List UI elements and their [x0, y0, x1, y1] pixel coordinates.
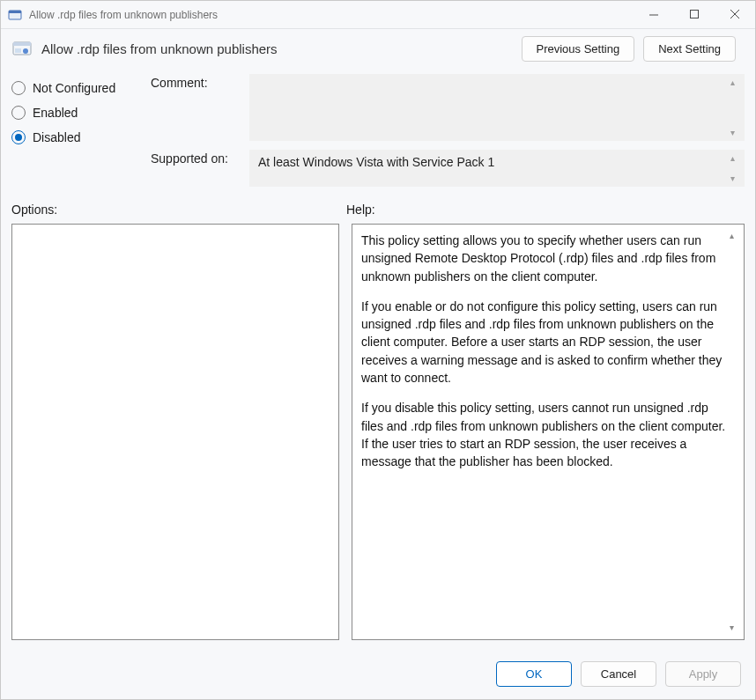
policy-title: Allow .rdp files from unknown publishers: [41, 41, 522, 56]
next-setting-button[interactable]: Next Setting: [643, 36, 736, 62]
policy-editor-window: Allow .rdp files from unknown publishers…: [0, 0, 756, 700]
apply-button: Apply: [665, 661, 741, 687]
svg-rect-3: [690, 11, 698, 18]
supported-on-value: At least Windows Vista with Service Pack…: [258, 155, 494, 169]
ok-button[interactable]: OK: [496, 661, 572, 687]
window-buttons: [634, 1, 755, 28]
header: Allow .rdp files from unknown publishers…: [1, 29, 755, 69]
svg-rect-1: [9, 11, 21, 13]
scroll-up-icon: ▴: [730, 230, 740, 243]
help-paragraph: If you enable or do not configure this p…: [361, 298, 728, 387]
radio-icon: [11, 106, 26, 120]
scroll-down-icon: ▾: [730, 173, 741, 183]
titlebar: Allow .rdp files from unknown publishers: [1, 1, 755, 29]
window-title: Allow .rdp files from unknown publishers: [29, 9, 634, 21]
scroll-up-icon: ▴: [730, 153, 741, 163]
scrollbar[interactable]: ▴▾: [730, 230, 740, 634]
supported-on-field: At least Windows Vista with Service Pack…: [249, 150, 745, 187]
app-icon: [8, 8, 22, 22]
maximize-button[interactable]: [674, 1, 715, 28]
body: Not Configured Enabled Disabled Comment:…: [1, 69, 755, 651]
help-section-label: Help:: [346, 203, 375, 217]
scroll-down-icon: ▾: [730, 622, 740, 635]
help-paragraph: This policy setting allows you to specif…: [361, 232, 728, 285]
minimize-button[interactable]: [634, 1, 674, 28]
svg-rect-7: [13, 42, 31, 46]
radio-icon: [11, 81, 26, 95]
scrollbar[interactable]: ▴▾: [730, 153, 741, 183]
radio-not-configured[interactable]: Not Configured: [11, 81, 135, 95]
radio-enabled[interactable]: Enabled: [11, 106, 135, 120]
svg-rect-8: [15, 48, 21, 53]
scroll-down-icon: ▾: [730, 128, 741, 137]
radio-label: Enabled: [33, 106, 78, 120]
radio-disabled[interactable]: Disabled: [11, 130, 135, 144]
radio-label: Disabled: [33, 130, 80, 144]
scrollbar[interactable]: ▴▾: [730, 77, 741, 137]
svg-point-9: [23, 48, 28, 54]
close-button[interactable]: [715, 1, 755, 28]
scroll-up-icon: ▴: [730, 77, 741, 87]
footer: OK Cancel Apply: [1, 651, 755, 699]
state-radio-group: Not Configured Enabled Disabled: [11, 74, 135, 187]
comment-label: Comment:: [151, 74, 239, 90]
help-paragraph: If you disable this policy setting, user…: [361, 399, 728, 470]
cancel-button[interactable]: Cancel: [581, 661, 656, 687]
comment-textarea[interactable]: ▴▾: [249, 74, 745, 141]
options-panel: [11, 224, 339, 640]
supported-on-label: Supported on:: [151, 150, 239, 166]
radio-label: Not Configured: [33, 81, 115, 95]
help-panel: This policy setting allows you to specif…: [352, 224, 745, 640]
options-section-label: Options:: [11, 203, 346, 217]
radio-icon: [11, 130, 26, 144]
policy-icon: [11, 39, 33, 60]
previous-setting-button[interactable]: Previous Setting: [522, 36, 635, 62]
